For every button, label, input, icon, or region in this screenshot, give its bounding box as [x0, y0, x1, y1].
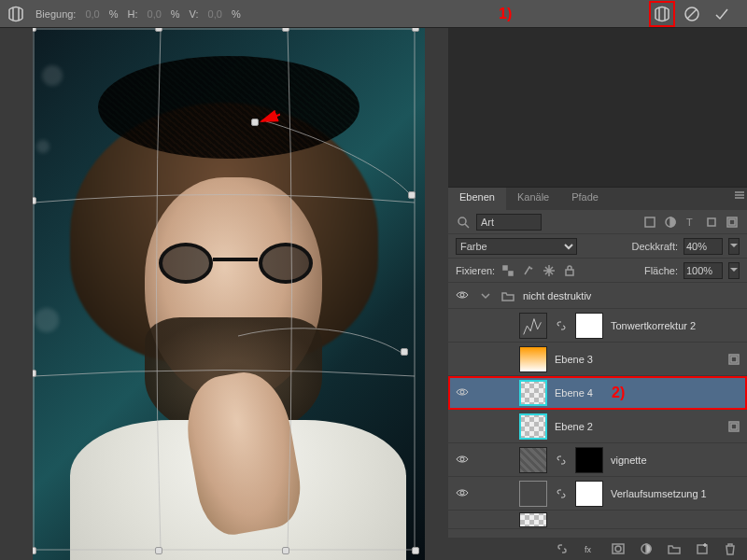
h-value[interactable]: 0,0	[148, 8, 162, 20]
lock-position-icon[interactable]	[542, 263, 557, 278]
commit-transform-button[interactable]	[712, 4, 732, 24]
fill-label: Fläche:	[644, 265, 678, 276]
layer-row-ebene3[interactable]: Ebene 3	[448, 343, 747, 376]
layers-panel-footer: fx	[448, 538, 747, 560]
document-canvas[interactable]	[33, 28, 425, 560]
fill-input[interactable]	[684, 262, 723, 279]
v-value[interactable]: 0,0	[208, 8, 222, 20]
smartobject-icon	[726, 352, 741, 367]
visibility-toggle[interactable]	[456, 486, 469, 501]
layer-filter-type[interactable]	[476, 214, 542, 231]
adjustment-thumb	[519, 447, 547, 473]
chevron-down-icon[interactable]	[478, 288, 493, 303]
layer-thumb	[519, 512, 547, 527]
fx-button[interactable]: fx	[583, 541, 598, 556]
options-bar: Biegung: 0,0 % H: 0,0 % V: 0,0 %	[0, 0, 747, 28]
layer-group-label: nicht destruktiv	[523, 290, 591, 301]
svg-rect-11	[708, 218, 715, 226]
link-icon[interactable]	[555, 319, 568, 332]
panel-dock-empty	[448, 28, 747, 187]
layer-row-levels[interactable]: Tonwertkorrektur 2	[448, 309, 747, 343]
layer-thumb	[519, 380, 547, 406]
smartobject-icon	[726, 419, 741, 434]
layer-thumb	[519, 346, 547, 372]
warp-mode-icon[interactable]	[6, 4, 26, 24]
lock-label: Fixieren:	[456, 265, 495, 276]
blend-mode-select[interactable]: Farbe	[456, 238, 577, 255]
v-label: V:	[190, 8, 199, 20]
mask-thumb[interactable]	[575, 313, 603, 339]
fill-dropdown[interactable]	[728, 262, 740, 279]
link-icon[interactable]	[555, 487, 568, 500]
svg-line-7	[465, 224, 469, 228]
svg-point-6	[458, 217, 466, 225]
visibility-toggle[interactable]	[456, 385, 469, 400]
layer-label: Ebene 3	[555, 354, 593, 365]
h-pct: %	[171, 8, 180, 20]
tab-channels[interactable]: Kanäle	[506, 188, 560, 210]
lock-pixels-icon[interactable]	[521, 263, 536, 278]
tab-layers[interactable]: Ebenen	[448, 188, 506, 210]
folder-icon	[500, 288, 515, 303]
svg-point-27	[615, 546, 621, 552]
svg-point-24	[460, 491, 464, 495]
filter-adjust-icon[interactable]	[663, 215, 678, 230]
layer-group-row[interactable]: nicht destruktiv	[448, 283, 747, 309]
layer-label: vignette	[611, 455, 647, 466]
warp-transform-box[interactable]	[33, 28, 416, 551]
v-pct: %	[232, 8, 241, 20]
h-label: H:	[128, 8, 138, 20]
visibility-toggle[interactable]	[456, 453, 469, 468]
layer-row-ebene4[interactable]: Ebene 4 2)	[448, 376, 747, 410]
mask-thumb[interactable]	[575, 447, 603, 473]
bend-value[interactable]: 0,0	[85, 8, 99, 20]
svg-rect-15	[509, 272, 513, 275]
svg-rect-19	[731, 357, 737, 362]
svg-point-20	[460, 390, 464, 394]
layer-row-gradmap[interactable]: Verlaufsumsetzung 1	[448, 477, 747, 511]
layers-list: nicht destruktiv Tonwertkorrektur 2 Eben…	[448, 283, 747, 529]
layer-row-extra[interactable]	[448, 511, 747, 529]
layer-label: Verlaufsumsetzung 1	[611, 488, 707, 499]
svg-rect-22	[731, 424, 737, 429]
lock-transparency-icon[interactable]	[500, 263, 515, 278]
svg-text:T: T	[686, 217, 693, 228]
mask-button[interactable]	[611, 541, 626, 556]
adjustment-thumb-gradmap	[519, 481, 547, 507]
mask-thumb[interactable]	[575, 481, 603, 507]
toggle-warp-freeform-button[interactable]	[652, 4, 672, 24]
group-button[interactable]	[667, 541, 682, 556]
filter-shape-icon[interactable]	[704, 215, 719, 230]
layer-label: Tonwertkorrektur 2	[611, 320, 696, 331]
opacity-dropdown[interactable]	[728, 238, 740, 255]
layer-row-vignette[interactable]: vignette	[448, 443, 747, 477]
link-layers-button[interactable]	[555, 541, 570, 556]
opacity-input[interactable]	[684, 238, 723, 255]
tab-paths[interactable]: Pfade	[560, 188, 610, 210]
cancel-transform-button[interactable]	[682, 4, 702, 24]
layer-row-ebene2[interactable]: Ebene 2	[448, 410, 747, 443]
svg-rect-2	[34, 29, 415, 550]
layer-thumb	[519, 413, 547, 440]
svg-point-17	[460, 293, 464, 297]
link-icon[interactable]	[555, 454, 568, 467]
lock-all-icon[interactable]	[562, 263, 577, 278]
svg-rect-13	[729, 219, 735, 225]
filter-type-icon[interactable]: T	[684, 215, 698, 230]
svg-rect-16	[566, 270, 573, 275]
annotation-1: 1)	[499, 6, 512, 22]
filter-search-icon[interactable]	[456, 215, 471, 230]
layer-label: Ebene 2	[555, 421, 593, 432]
filter-pixel-icon[interactable]	[642, 215, 657, 230]
adjustment-button[interactable]	[639, 541, 654, 556]
trash-button[interactable]	[723, 541, 738, 556]
svg-line-1	[687, 9, 697, 19]
panel-menu-icon[interactable]	[732, 188, 747, 203]
new-layer-button[interactable]	[695, 541, 710, 556]
svg-rect-14	[503, 266, 507, 270]
visibility-toggle[interactable]	[456, 288, 469, 303]
svg-rect-8	[645, 217, 655, 227]
svg-point-23	[460, 457, 464, 461]
svg-text:fx: fx	[585, 545, 592, 554]
filter-smart-icon[interactable]	[725, 215, 740, 230]
